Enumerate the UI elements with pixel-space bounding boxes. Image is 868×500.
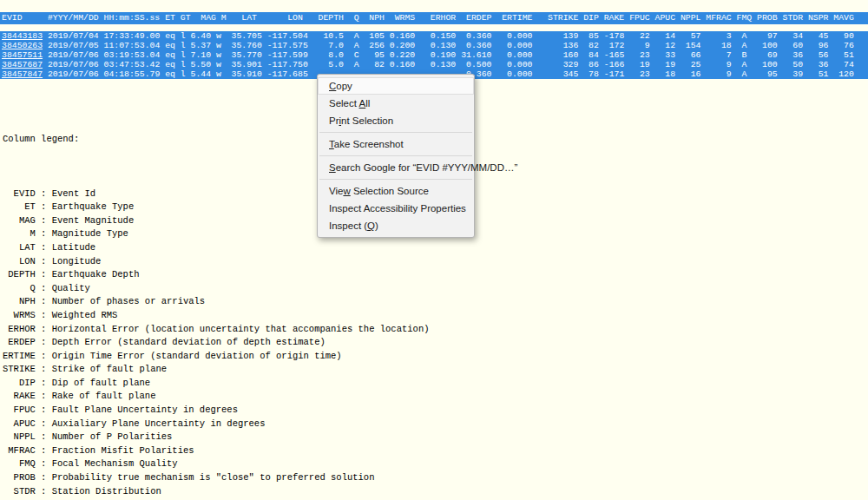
menu-item-label: Vie: [329, 186, 343, 196]
row-values: 2019/07/04 17:33:49.00 eq l 6.40 w 35.70…: [43, 31, 854, 41]
menu-separator: [319, 132, 472, 133]
menu-separator: [319, 155, 472, 156]
event-table: EVID #YYY/MM/DD HH:mm:SS.ss ET GT MAG M …: [0, 0, 868, 79]
legend-entry: APUC : Auxialiary Plane Uncertainty in d…: [3, 418, 868, 431]
page: EVID #YYY/MM/DD HH:mm:SS.ss ET GT MAG M …: [0, 0, 868, 500]
legend-entry: NPH : Number of phases or arrivals: [3, 295, 868, 309]
menu-item-search-google[interactable]: Search Google for “EVID #YYY/MM/DD…”: [318, 159, 474, 176]
legend-entry: PROB : Probability true mechanism is "cl…: [3, 471, 868, 485]
table-row: 38443183 2019/07/04 17:33:49.00 eq l 6.4…: [0, 31, 868, 41]
evid-link[interactable]: 38457511: [2, 50, 43, 60]
menu-item-mnemonic: S: [329, 162, 336, 173]
legend-entry: STDR : Station Distribution: [3, 485, 868, 499]
legend-entry: LON : Longitude: [3, 255, 868, 269]
legend-entry: STRIKE : Strike of fault plane: [3, 363, 868, 377]
menu-item-mnemonic: Q: [367, 220, 375, 231]
menu-item-label: Inspect (: [329, 220, 367, 231]
menu-item-label: ll: [365, 98, 370, 109]
legend-entry: ERTIME : Origin Time Error (standard dev…: [3, 350, 868, 364]
legend-entry: NPPL : Number of P Polarities: [3, 431, 868, 444]
menu-item-label: earch Google for “EVID #YYY/MM/DD…”: [336, 162, 518, 173]
menu-item-label: ake Screenshot: [334, 139, 404, 149]
legend-entry: LAT : Latitude: [3, 241, 868, 255]
table-header-gap: [0, 24, 868, 31]
row-values: 2019/07/06 03:19:53.04 eq l 7.10 w 35.77…: [43, 50, 854, 60]
table-row: 38457511 2019/07/06 03:19:53.04 eq l 7.1…: [0, 50, 868, 60]
table-row: 38457687 2019/07/06 03:47:53.42 eq l 5.5…: [0, 60, 868, 69]
legend-entry: FPUC : Fault Plane Uncertainty in degree…: [3, 404, 868, 418]
context-menu: CopySelect AllPrint SelectionTake Screen…: [317, 74, 475, 238]
menu-item-label: Selection Source: [351, 186, 429, 196]
menu-item-copy[interactable]: Copy: [318, 77, 474, 95]
evid-link[interactable]: 38457847: [2, 69, 43, 79]
legend-entry: MFRAC : Fraction Misfit Polarities: [3, 444, 868, 458]
menu-separator: [319, 179, 472, 180]
legend-entry: RAKE : Rake of fault plane: [3, 390, 868, 404]
menu-item-select-all[interactable]: Select All: [318, 95, 474, 112]
table-rows: 38443183 2019/07/04 17:33:49.00 eq l 6.4…: [0, 31, 868, 79]
legend-entry: DEPTH : Earthquake Depth: [3, 268, 868, 282]
menu-item-label: ): [375, 220, 378, 231]
legend-entry: DIP : Dip of fault plane: [3, 377, 868, 391]
evid-link[interactable]: 38443183: [2, 31, 43, 41]
evid-link[interactable]: 38450263: [2, 41, 43, 50]
row-values: 2019/07/06 03:47:53.42 eq l 5.50 w 35.90…: [43, 60, 854, 69]
menu-item-label: nt Selection: [341, 115, 393, 126]
legend-entry: ERHOR : Horizontal Error (location uncer…: [3, 323, 868, 337]
legend-entry: WRMS : Weighted RMS: [3, 309, 868, 323]
menu-item-take-screenshot[interactable]: Take Screenshot: [318, 135, 474, 153]
menu-item-label: Inspect Accessibility Properties: [329, 203, 466, 214]
menu-item-view-selection-source[interactable]: View Selection Source: [318, 182, 474, 200]
legend-entry: FMQ : Focal Mechanism Quality: [3, 457, 868, 471]
evid-link[interactable]: 38457687: [2, 60, 43, 69]
row-values: 2019/07/05 11:07:53.04 eq l 5.37 w 35.76…: [43, 41, 854, 50]
legend-entry: ERDEP : Depth Error (standard deviation …: [3, 336, 868, 350]
table-row: 38450263 2019/07/05 11:07:53.04 eq l 5.3…: [0, 41, 868, 50]
legend-entry: Q : Quality: [3, 282, 868, 296]
menu-item-label: Select: [329, 98, 359, 109]
menu-item-print-selection[interactable]: Print Selection: [318, 112, 474, 129]
menu-item-inspect[interactable]: Inspect (Q): [318, 217, 474, 234]
menu-item-label: opy: [336, 81, 352, 91]
menu-item-inspect-accessibility-properties[interactable]: Inspect Accessibility Properties: [318, 200, 474, 217]
menu-item-label: Pr: [329, 115, 339, 126]
table-header-row: EVID #YYY/MM/DD HH:mm:SS.ss ET GT MAG M …: [0, 12, 868, 24]
menu-item-mnemonic: w: [343, 186, 350, 196]
